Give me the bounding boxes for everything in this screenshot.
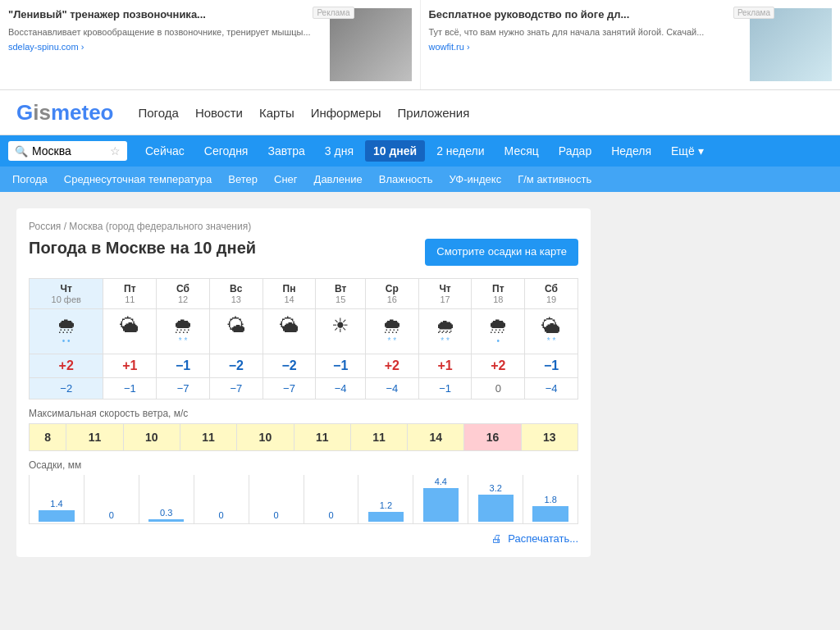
tab-month[interactable]: Месяц <box>496 140 547 162</box>
precip-val-9: 1.8 <box>544 495 556 504</box>
map-button[interactable]: Смотрите осадки на карте <box>425 239 578 266</box>
high-temp-9: −1 <box>525 354 578 377</box>
tab-radar[interactable]: Радар <box>550 140 600 162</box>
high-temp-6: +2 <box>365 354 418 377</box>
low-temp-2: −7 <box>157 377 210 399</box>
sub-nav-geo[interactable]: Г/м активность <box>518 171 591 187</box>
icon-cell-7: 🌧* * <box>418 308 472 354</box>
tab-segodnya[interactable]: Сегодня <box>196 140 257 162</box>
weather-table: Чт10 февПт11Сб12Вс13Пн14Вт15Ср16Чт17Пт18… <box>29 278 578 399</box>
print-label[interactable]: Распечатать... <box>508 532 578 545</box>
icon-cell-8: 🌨• <box>472 308 525 354</box>
precip-col-8: 3.2 <box>468 475 523 523</box>
low-temp-3: −7 <box>209 377 262 399</box>
page-title: Погода в Москве на 10 дней <box>29 239 256 258</box>
wind-table: 8111011101111141613 <box>29 423 578 451</box>
sub-nav-wind[interactable]: Ветер <box>228 171 258 187</box>
high-temp-4: −2 <box>262 354 316 377</box>
sub-nav-pogoda[interactable]: Погода <box>12 171 48 187</box>
ad-label-2: Реклама <box>733 7 774 19</box>
wind-val-2: 10 <box>123 423 180 450</box>
ad-label-1: Реклама <box>313 7 354 19</box>
ad-desc-1: Восстанавливает кровообращение в позвоно… <box>8 26 322 38</box>
ad-link-2[interactable]: wowfit.ru › <box>429 42 742 52</box>
nav-novosti[interactable]: Новости <box>195 106 243 120</box>
icon-cell-5: ☀ <box>316 308 366 354</box>
ad-title-2: Бесплатное руководство по йоге дл... <box>429 8 742 22</box>
search-input[interactable] <box>32 144 106 158</box>
ad-item-2[interactable]: Реклама Бесплатное руководство по йоге д… <box>421 0 841 89</box>
low-temp-4: −7 <box>262 377 316 399</box>
day-names-row: Чт10 февПт11Сб12Вс13Пн14Вт15Ср16Чт17Пт18… <box>30 278 578 308</box>
wind-val-8: 16 <box>464 423 521 450</box>
sub-nav: Погода Среднесуточная температура Ветер … <box>0 167 840 192</box>
main-nav: Погода Новости Карты Информеры Приложени… <box>139 106 470 120</box>
precip-bar-2 <box>148 519 184 522</box>
high-temp-8: +2 <box>472 354 525 377</box>
wind-val-9: 13 <box>521 423 578 450</box>
precip-val-4: 0 <box>274 510 279 520</box>
high-temp-1: +1 <box>103 354 157 377</box>
precip-col-7: 4.4 <box>413 475 468 523</box>
print-link[interactable]: 🖨 Распечатать... <box>29 532 578 545</box>
icons-row: 🌨• •🌥🌨* *🌤🌥☀🌨* *🌧* *🌨•🌥* * <box>30 308 578 354</box>
tab-10days[interactable]: 10 дней <box>365 140 425 162</box>
high-temp-3: −2 <box>209 354 262 377</box>
nav-pogoda[interactable]: Погода <box>139 106 179 120</box>
wind-label: Максимальная скорость ветра, м/с <box>29 408 578 419</box>
ad-item-1[interactable]: Реклама "Ленивый" тренажер позвоночника.… <box>0 0 421 89</box>
precip-val-1: 0 <box>109 510 114 520</box>
main-content: Россия / Москва (город федерального знач… <box>16 208 591 557</box>
breadcrumb: Россия / Москва (город федерального знач… <box>29 221 578 232</box>
nav-prilozhenia[interactable]: Приложения <box>398 106 470 120</box>
tab-week[interactable]: Неделя <box>603 140 660 162</box>
icon-cell-2: 🌨* * <box>157 308 210 354</box>
icon-cell-1: 🌥 <box>103 308 157 354</box>
wind-val-0: 8 <box>30 423 66 450</box>
precip-val-0: 1.4 <box>50 499 62 509</box>
precip-bar-6 <box>368 512 404 522</box>
icon-cell-6: 🌨* * <box>365 308 418 354</box>
day-header-4: Пн14 <box>262 278 316 308</box>
low-temp-8: 0 <box>472 377 525 399</box>
low-temp-row: −2−1−7−7−7−4−4−10−4 <box>30 377 578 399</box>
precip-bar-7 <box>423 488 459 522</box>
icon-cell-9: 🌥* * <box>525 308 578 354</box>
logo-meteo: meteo <box>51 100 114 125</box>
nav-karty[interactable]: Карты <box>259 106 294 120</box>
nav-informery[interactable]: Информеры <box>311 106 381 120</box>
icon-cell-3: 🌤 <box>209 308 262 354</box>
precip-val-3: 0 <box>219 510 224 520</box>
tab-3days[interactable]: 3 дня <box>317 140 362 162</box>
favorite-icon[interactable]: ☆ <box>110 144 121 158</box>
search-box[interactable]: 🔍 ☆ <box>8 141 127 161</box>
tab-more[interactable]: Ещё ▾ <box>663 140 712 162</box>
tab-2weeks[interactable]: 2 недели <box>428 140 492 162</box>
tab-seychas[interactable]: Сейчас <box>137 140 193 162</box>
precip-val-5: 0 <box>328 510 333 520</box>
sub-nav-temp[interactable]: Среднесуточная температура <box>64 171 212 187</box>
icon-cell-4: 🌥 <box>262 308 316 354</box>
precip-val-2: 0.3 <box>160 508 172 518</box>
wind-row: 8111011101111141613 <box>30 423 578 450</box>
wind-val-7: 14 <box>408 423 464 450</box>
ad-image-1 <box>330 8 412 81</box>
precip-val-8: 3.2 <box>490 483 502 493</box>
high-temp-row: +2+1−1−2−2−1+2+1+2−1 <box>30 354 578 377</box>
logo[interactable]: Gismeteo <box>16 100 114 126</box>
day-header-9: Сб19 <box>525 278 578 308</box>
tab-zavtra[interactable]: Завтра <box>259 140 313 162</box>
icon-cell-0: 🌨• • <box>30 308 103 354</box>
day-header-0: Чт10 фев <box>30 278 103 308</box>
sub-nav-pressure[interactable]: Давление <box>314 171 363 187</box>
sub-nav-snow[interactable]: Снег <box>274 171 298 187</box>
logo-g: G <box>16 100 33 125</box>
wind-val-5: 11 <box>294 423 350 450</box>
precip-bar-9 <box>532 506 568 521</box>
sub-nav-uv[interactable]: УФ-индекс <box>450 171 502 187</box>
day-header-3: Вс13 <box>209 278 262 308</box>
low-temp-0: −2 <box>30 377 103 399</box>
ad-link-1[interactable]: sdelay-spinu.com › <box>8 42 322 52</box>
day-header-7: Чт17 <box>418 278 472 308</box>
sub-nav-humidity[interactable]: Влажность <box>379 171 433 187</box>
